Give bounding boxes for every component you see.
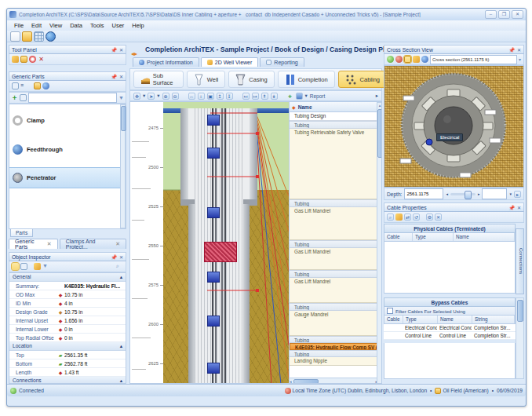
column-cable[interactable]: Cable [384,316,403,323]
cabling-button[interactable]: Cabling [338,71,387,88]
pencil-icon[interactable] [34,263,41,270]
cross-section-image[interactable]: Electrical [384,65,524,188]
go-button[interactable]: ▸ [514,191,521,198]
tab-generic-parts[interactable]: Generic Parts✕ [9,239,58,249]
units-status[interactable]: Oil Field (American) [443,388,488,393]
dropdown-arrow-icon[interactable]: ▾ [519,57,521,62]
close-icon[interactable]: ✕ [47,241,52,247]
settings-icon[interactable]: ⚙ [426,213,433,221]
sub-surface-button[interactable]: Sub Surface [133,71,184,88]
edit-tool-icon[interactable] [12,56,19,63]
collapse-icon[interactable]: ▴ [120,378,122,384]
component-row[interactable]: Gas Lift Mandrel [290,278,377,303]
remove-section-icon[interactable] [395,56,403,63]
close-icon[interactable]: ✕ [517,47,521,53]
minimize-button[interactable]: – [485,10,497,19]
bypass-row[interactable]: Control Line Control Line Completion Str… [384,332,516,340]
parts-scrollbar[interactable] [120,104,126,228]
maximize-button[interactable]: ❐ [498,10,510,19]
slider-left-icon[interactable]: ◂ [446,192,448,196]
property-row[interactable]: Internal Lower◆0 in [9,325,126,334]
edit-section-icon[interactable] [413,56,420,63]
close-icon[interactable]: ✕ [115,241,120,247]
menu-data[interactable]: Data [66,22,86,29]
depth-step-input[interactable] [482,188,507,199]
report-icon[interactable] [296,93,303,100]
property-row[interactable]: Top Radial Offse◆0 in [9,334,126,342]
tab-clamps[interactable]: Clamps And Protect...✕ [60,239,126,249]
close-icon[interactable]: ✕ [119,47,123,53]
add-section-icon[interactable] [387,56,394,63]
dropdown-icon[interactable]: ▾ [157,93,159,99]
component-row[interactable]: Tubing [290,303,377,311]
parts-tab[interactable]: Parts [10,229,33,237]
move-up-icon[interactable]: ↥ [217,93,224,100]
clear-icon[interactable]: ✕ [435,213,442,221]
component-row[interactable]: Tubing [290,121,377,129]
pan-icon[interactable]: ✥ [133,93,140,100]
search-icon[interactable]: ⌕ [116,263,123,270]
menu-tools[interactable]: Tools [86,22,108,29]
pin-icon[interactable]: 📌 [508,205,515,210]
column-name[interactable]: Name [438,316,472,323]
cable-scrollbar[interactable] [516,297,524,379]
collapse-icon[interactable]: ▴ [120,274,122,280]
horizontal-scrollbar[interactable]: ◂ ▸ [290,378,377,384]
tab-project-information[interactable]: Project Information [133,57,199,67]
column-name[interactable]: Name [454,233,515,241]
filter-icon[interactable]: ▼ [42,263,49,270]
undo-icon[interactable]: ↺ [413,213,420,221]
component-row[interactable]: Landing Nipple [290,357,377,366]
column-type[interactable]: Type [413,233,454,241]
list-item-clamp[interactable]: Clamp [9,111,126,130]
folder-icon[interactable] [34,82,41,89]
equipment-item[interactable] [207,272,220,283]
component-row[interactable]: Tubing [290,336,377,343]
property-row[interactable]: ID Min◆4 in [9,299,126,308]
depth-input[interactable] [404,188,443,199]
equipment-item[interactable] [207,115,220,126]
bypass-row[interactable]: Electrical Cond... Electrical Cond... Co… [384,324,516,332]
add-part-icon[interactable]: ＋ [11,93,18,103]
physical-cables-group[interactable]: Physical Cables (Terminated) [384,224,516,233]
pin-icon[interactable]: 📌 [111,47,117,53]
property-row[interactable]: Design Grade◆10.75 in [9,308,126,316]
delete-tool-icon[interactable]: ✕ [38,56,45,63]
new-file-icon[interactable] [10,31,20,42]
slider-right-icon[interactable]: ▸ [478,192,480,196]
categorized-view-icon[interactable] [20,263,27,270]
list-item-feedthrough[interactable]: Feedthrough [9,140,126,159]
dropdown-icon[interactable]: ▾ [143,93,145,99]
add-icon[interactable]: ＋ [287,92,293,100]
select-icon[interactable]: ➤ [148,93,155,100]
bypass-cables-group[interactable]: Bypass Cables [384,297,516,307]
bypass-body[interactable] [384,343,516,379]
column-cable[interactable]: Cable [384,233,413,241]
tab-reporting[interactable]: Reporting [260,57,304,67]
property-row[interactable]: Bottom▰2562.78 ft [9,359,126,368]
title-bar[interactable]: Completion ArchiTEX (C:\SPS\Data\Source … [7,9,526,21]
marker-tool-icon[interactable] [29,56,36,63]
column-string[interactable]: String [472,316,515,323]
column-type[interactable]: Type [403,316,438,323]
side-tab-connections[interactable]: Connections [516,228,524,294]
depth-slider[interactable] [450,193,476,195]
fit-page-icon[interactable]: ▣ [207,93,214,100]
component-row[interactable]: Tubing [290,199,377,207]
component-row[interactable]: Gauge Mandrel [290,311,377,336]
menu-help[interactable]: Help [128,22,148,29]
next-icon[interactable]: ↦ [252,93,259,100]
open-folder-icon[interactable] [22,31,32,42]
component-row[interactable]: Tubing [290,270,377,278]
equipment-item[interactable] [207,207,220,218]
edit-mode-icon[interactable] [12,263,19,270]
close-icon[interactable]: ✕ [119,74,123,79]
menu-edit[interactable]: Edit [27,22,46,29]
globe-icon[interactable] [42,82,49,89]
refresh-icon[interactable] [421,56,428,63]
group-location[interactable]: Location▴ [9,342,126,351]
component-row[interactable]: Tubing Design [290,112,377,121]
tab-2d-well-viewer[interactable]: 2D Well Viewer [201,57,259,67]
timezone-status[interactable]: Local Time Zone (UTC) Dublin, Edinburgh,… [293,388,428,393]
list-header[interactable]: ◆ Name [290,102,377,112]
